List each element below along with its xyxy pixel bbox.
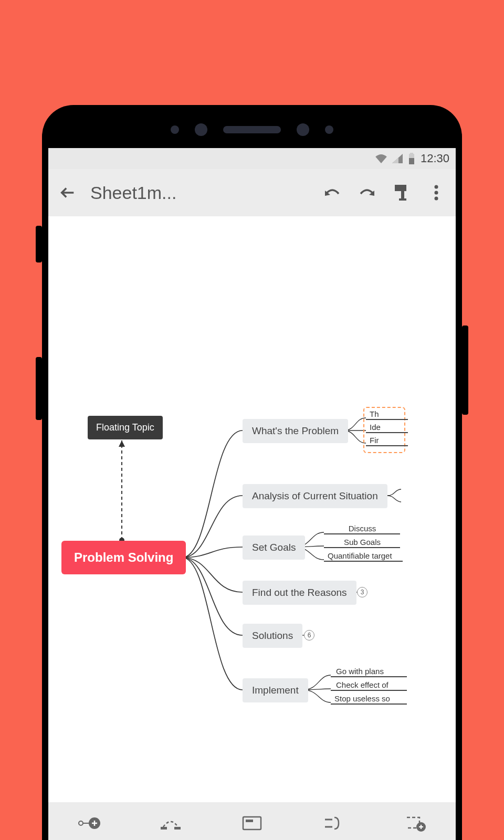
collapsed-count[interactable]: 6 [304,630,314,640]
add-summary-button[interactable] [318,807,349,839]
branch-set-goals[interactable]: Set Goals [243,536,305,560]
status-bar: 12:30 [48,148,456,169]
collapsed-count[interactable]: 3 [357,587,368,597]
floating-topic-node[interactable]: Floating Topic [88,416,163,439]
svg-point-6 [435,185,438,189]
redo-button[interactable] [355,181,379,205]
app-bar: Sheet1m... [48,169,456,216]
add-relationship-button[interactable] [155,807,186,839]
sub-item[interactable]: Th [370,410,379,418]
branch-find-reasons[interactable]: Find out the Reasons [243,581,356,605]
sub-item[interactable]: Stop useless so [334,694,390,703]
svg-point-7 [435,191,438,195]
branch-implement[interactable]: Implement [243,678,308,702]
connectors [48,216,456,741]
document-title: Sheet1m... [90,183,310,203]
format-button[interactable] [390,181,414,205]
sub-item[interactable]: Quantifiable target [328,551,392,560]
status-time: 12:30 [421,152,449,165]
svg-rect-19 [174,827,181,830]
add-subtopic-button[interactable] [74,807,105,839]
bottom-toolbar [48,802,456,840]
branch-solutions[interactable]: Solutions [243,624,302,648]
back-button[interactable] [56,181,80,205]
branch-whats-the-problem[interactable]: What's the Problem [243,419,348,443]
sub-item[interactable]: Ide [370,423,381,432]
svg-rect-2 [409,158,414,164]
sub-item[interactable]: Check effect of [336,680,388,689]
wifi-icon [375,154,387,163]
undo-button[interactable] [320,181,344,205]
branch-analysis[interactable]: Analysis of Current Situation [243,484,387,508]
svg-rect-18 [161,827,167,830]
svg-rect-5 [399,198,406,201]
svg-rect-3 [395,185,406,191]
sub-item[interactable]: Go with plans [336,667,384,676]
svg-rect-1 [410,153,413,154]
mindmap-canvas[interactable]: Floating Topic Problem Solving What's th… [48,216,456,802]
central-node[interactable]: Problem Solving [61,541,186,574]
signal-icon [392,154,403,163]
sub-item[interactable]: Sub Goals [336,538,388,547]
sub-item[interactable]: Fir [370,436,379,445]
svg-point-8 [435,197,438,201]
battery-icon [408,153,415,164]
add-boundary-button[interactable] [236,807,268,839]
more-button[interactable] [424,181,448,205]
svg-rect-20 [243,817,261,830]
sub-item[interactable]: Discuss [336,524,388,533]
svg-rect-21 [246,820,253,822]
svg-point-13 [79,821,83,825]
add-floating-topic-button[interactable] [399,807,430,839]
